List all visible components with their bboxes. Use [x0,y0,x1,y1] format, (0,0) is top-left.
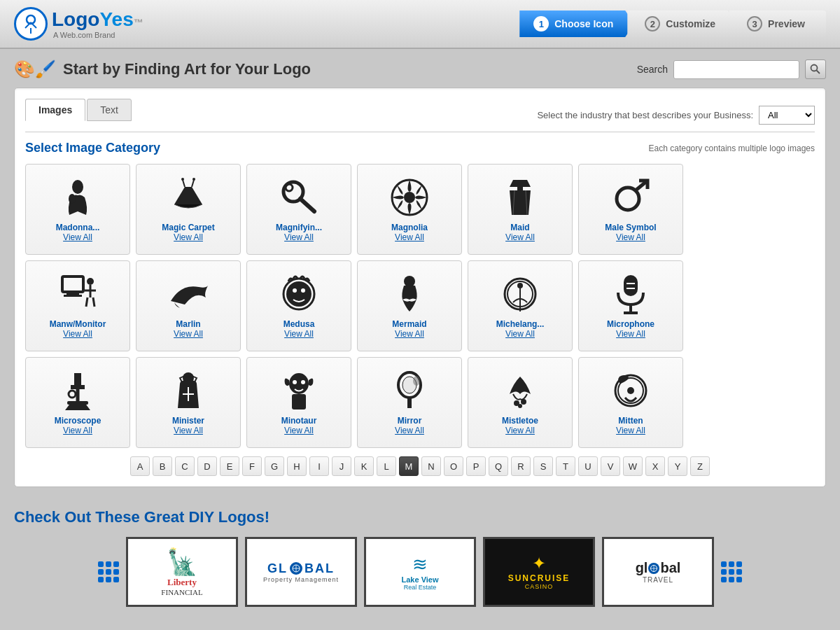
global-travel-text-row: gl bal [636,560,681,576]
alphabet-btn-n[interactable]: N [421,456,441,476]
category-viewall-mirror[interactable]: View All [395,426,424,435]
suncruise-sun-icon: ✦ [508,554,570,573]
category-card-marlin[interactable]: Marlin View All [136,260,241,351]
category-card-microscope[interactable]: Microscope View All [25,357,130,448]
svg-point-36 [301,288,305,293]
category-viewall-magic-carpet[interactable]: View All [174,232,203,242]
category-card-mistletoe[interactable]: Mistletoe View All [468,357,573,448]
category-viewall-medusa[interactable]: View All [284,329,314,339]
category-name-male-symbol: Male Symbol [605,223,656,232]
alphabet-btn-m[interactable]: M [399,456,419,476]
alphabet-btn-q[interactable]: Q [489,456,508,476]
category-card-minister[interactable]: Minister View All [136,357,241,448]
category-viewall-male-symbol[interactable]: View All [616,232,645,242]
suncruise-text2: CASINO [508,583,570,590]
category-viewall-mistletoe[interactable]: View All [505,426,535,435]
alphabet-btn-w[interactable]: W [623,456,643,476]
icon-row-3: Microscope View All Minister View All [25,357,815,448]
sample-logo-suncruise[interactable]: ✦ SUNCRUISE CASINO [483,537,595,607]
category-viewall-monitor[interactable]: View All [63,329,92,339]
industry-dropdown[interactable]: All [759,106,815,125]
sample-logo-global-prop[interactable]: GL BAL Property Management [245,537,357,607]
category-viewall-marlin[interactable]: View All [174,329,203,339]
alphabet-btn-r[interactable]: R [511,456,531,476]
mitten-icon [610,370,652,412]
category-viewall-magnifying[interactable]: View All [284,232,314,242]
svg-rect-42 [624,275,638,296]
category-card-madonna[interactable]: Madonna... View All [25,164,130,255]
alphabet-btn-g[interactable]: G [265,456,284,476]
category-viewall-magnolia[interactable]: View All [395,232,424,242]
alphabet-btn-l[interactable]: L [377,456,396,476]
alphabet-btn-a[interactable]: A [130,456,150,476]
category-card-male-symbol[interactable]: Male Symbol View All [578,164,683,255]
category-name-michelangelo: Michelang... [496,319,545,329]
category-viewall-michelangelo[interactable]: View All [505,329,535,339]
tab-text[interactable]: Text [87,99,132,121]
alphabet-btn-y[interactable]: Y [668,456,687,476]
alphabet-btn-i[interactable]: I [309,456,329,476]
marlin-icon [167,273,209,315]
category-viewall-minotaur[interactable]: View All [284,426,314,435]
alphabet-btn-e[interactable]: E [220,456,239,476]
svg-point-34 [286,281,312,307]
category-viewall-madonna[interactable]: View All [63,232,92,242]
category-viewall-microphone[interactable]: View All [616,329,645,339]
alphabet-btn-d[interactable]: D [197,456,217,476]
alphabet-btn-c[interactable]: C [175,456,195,476]
svg-line-14 [300,199,314,211]
alphabet-btn-s[interactable]: S [533,456,553,476]
alphabet-btn-k[interactable]: K [354,456,374,476]
alphabet-btn-h[interactable]: H [287,456,307,476]
category-viewall-minister[interactable]: View All [174,426,203,435]
category-card-mirror[interactable]: Mirror View All [357,357,462,448]
category-card-microphone[interactable]: Microphone View All [578,260,683,351]
sample-logo-lakeview[interactable]: ≋ Lake View Real Estate [364,537,476,607]
category-card-michelangelo[interactable]: Michelang... View All [468,260,573,351]
alphabet-btn-z[interactable]: Z [690,456,710,476]
step-2-customize[interactable]: 2 Customize [627,10,736,37]
category-viewall-mitten[interactable]: View All [616,426,645,435]
sample-logo-liberty[interactable]: 🗽 Liberty FINANCIAL [126,537,238,607]
alphabet-btn-j[interactable]: J [332,456,351,476]
search-input[interactable] [673,60,799,79]
search-button[interactable] [805,59,826,79]
category-card-magnolia[interactable]: Magnolia View All [357,164,462,255]
alphabet-btn-t[interactable]: T [556,456,575,476]
title-decoration-icon: 🎨🖌️ [14,59,56,79]
bottom-section: Check Out These Great DIY Logos! 🗽 Liber… [0,498,840,617]
tab-images[interactable]: Images [25,99,85,121]
alphabet-btn-b[interactable]: B [153,456,172,476]
category-card-magnifying[interactable]: Magnifyin... View All [246,164,351,255]
alphabet-btn-u[interactable]: U [578,456,598,476]
category-card-mermaid[interactable]: Mermaid View All [357,260,462,351]
alphabet-btn-p[interactable]: P [466,456,486,476]
category-name-minotaur: Minotaur [281,416,317,426]
category-card-monitor[interactable]: Manw/Monitor View All [25,260,130,351]
category-card-maid[interactable]: Maid View All [468,164,573,255]
alphabet-btn-v[interactable]: V [601,456,620,476]
global-prop-text: GL [267,561,288,576]
magnifying-icon [278,176,320,218]
category-card-medusa[interactable]: Medusa View All [246,260,351,351]
alphabet-btn-f[interactable]: F [242,456,262,476]
medusa-icon [278,273,320,315]
svg-point-65 [518,404,522,408]
category-viewall-maid[interactable]: View All [505,232,535,242]
minotaur-icon [278,370,320,412]
alphabet-btn-x[interactable]: X [645,456,665,476]
category-card-mitten[interactable]: Mitten View All [578,357,683,448]
category-viewall-microscope[interactable]: View All [63,426,92,435]
step-3-preview[interactable]: 3 Preview [729,10,826,37]
step-1-choose-icon[interactable]: 1 Choose Icon [519,10,634,37]
global-travel-text: gl [636,560,648,576]
category-card-minotaur[interactable]: Minotaur View All [246,357,351,448]
sample-logo-global-travel[interactable]: gl bal TRAVEL [602,537,714,607]
tabs: Images Text [25,99,132,121]
logo-icon [14,7,48,41]
svg-point-62 [413,376,420,386]
alphabet-btn-o[interactable]: O [444,456,463,476]
category-card-magic-carpet[interactable]: Magic Carpet View All [136,164,241,255]
category-viewall-mermaid[interactable]: View All [395,329,424,339]
svg-point-68 [627,387,634,394]
